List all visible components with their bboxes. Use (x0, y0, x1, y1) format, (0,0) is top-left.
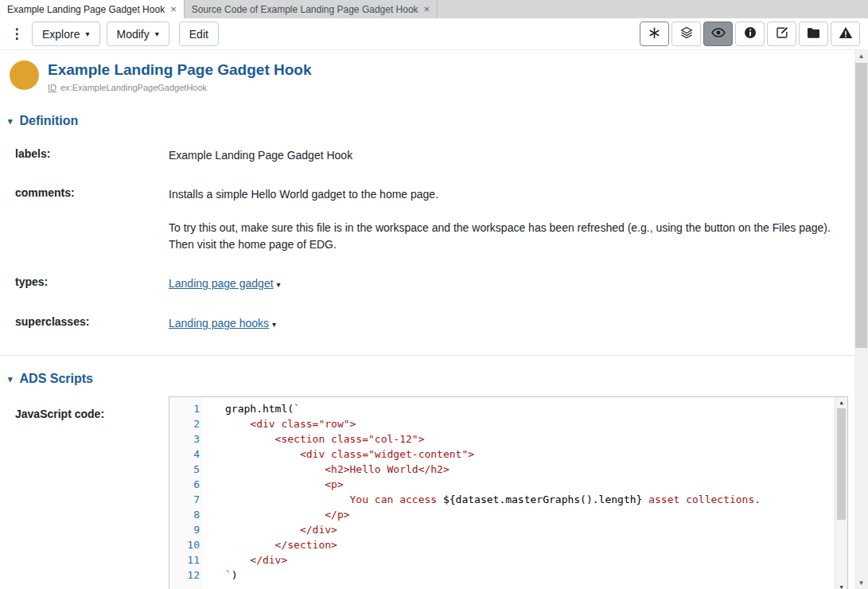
field-comments: comments: Installs a simple Hello World … (0, 186, 854, 253)
field-label: types: (15, 275, 169, 288)
field-label: labels: (15, 147, 169, 160)
definition-fields: labels: Example Landing Page Gadget Hook… (0, 147, 854, 333)
code-gutter: 123456789101112 (169, 397, 203, 589)
main-content: Example Landing Page Gadget Hook IDex:Ex… (0, 50, 854, 589)
code-editor[interactable]: 123456789101112 graph.html(` <div class=… (169, 396, 848, 589)
warning-button[interactable] (831, 21, 860, 46)
app-window: Example Landing Page Gadget Hook × Sourc… (0, 0, 868, 589)
info-button[interactable] (735, 21, 765, 46)
code-scrollbar-thumb[interactable] (837, 408, 846, 520)
field-label: comments: (15, 186, 169, 199)
asterisk-button[interactable] (640, 21, 669, 46)
eye-button[interactable] (703, 21, 733, 46)
types-link[interactable]: Landing page gadget (169, 277, 274, 290)
field-label: superclasses: (15, 315, 169, 328)
edit-note-button[interactable] (767, 21, 796, 46)
layers-button[interactable] (671, 21, 701, 46)
code-lines[interactable]: graph.html(` <div class="row"> <section … (203, 397, 847, 589)
page-scrollbar-thumb[interactable] (855, 63, 867, 348)
asterisk-icon (648, 27, 660, 41)
explore-label: Explore (42, 28, 80, 41)
collapse-triangle-icon: ▾ (8, 117, 13, 126)
section-definition-header[interactable]: ▾ Definition (8, 114, 854, 128)
field-types: types: Landing page gadget▾ (0, 275, 854, 293)
eye-icon (711, 26, 726, 41)
tab-label: Source Code of Example Landing Page Gadg… (192, 4, 418, 15)
scroll-up-icon[interactable]: ▲ (835, 397, 847, 408)
field-value: Installs a simple Hello World gadget to … (169, 186, 835, 253)
edit-note-icon (776, 26, 788, 41)
collapse-triangle-icon: ▾ (8, 375, 13, 384)
scroll-down-icon[interactable]: ▼ (854, 577, 868, 589)
field-value: Example Landing Page Gadget Hook (169, 147, 835, 164)
field-javascript-code: JavaScript code: 123456789101112 graph.h… (0, 396, 854, 589)
chevron-down-icon: ▾ (155, 30, 159, 38)
edit-label: Edit (189, 28, 208, 41)
tab-resource[interactable]: Example Landing Page Gadget Hook × (0, 0, 185, 18)
folder-icon (807, 27, 820, 41)
field-label: JavaScript code: (15, 396, 169, 420)
close-icon[interactable]: × (424, 4, 430, 14)
warning-icon (839, 26, 853, 41)
info-icon (744, 26, 757, 41)
resource-id: IDex:ExampleLandingPageGadgetHook (48, 83, 312, 92)
edit-button[interactable]: Edit (179, 21, 219, 46)
resource-avatar (10, 60, 39, 90)
modify-label: Modify (117, 28, 150, 41)
kebab-icon: ⋮ (10, 26, 24, 41)
section-definition-title: Definition (20, 114, 79, 128)
toolbar-icon-group (640, 21, 860, 46)
chevron-down-icon[interactable]: ▾ (277, 280, 281, 289)
modify-button[interactable]: Modify ▾ (107, 21, 169, 46)
folder-button[interactable] (799, 21, 828, 46)
close-icon[interactable]: × (170, 4, 177, 14)
section-ads-scripts-title: ADS Scripts (20, 372, 93, 386)
scroll-up-icon[interactable]: ▲ (854, 50, 868, 62)
superclasses-link[interactable]: Landing page hooks (169, 317, 269, 330)
chevron-down-icon[interactable]: ▾ (272, 320, 276, 329)
kebab-menu-button[interactable]: ⋮ (8, 22, 25, 46)
id-label: ID (48, 83, 56, 92)
layers-icon (680, 26, 693, 41)
comment-paragraph: To try this out, make sure this file is … (169, 220, 835, 253)
code-editor-scrollbar[interactable]: ▲ ▼ (835, 397, 847, 589)
toolbar: ⋮ Explore ▾ Modify ▾ Edit (0, 18, 868, 50)
comment-paragraph: Installs a simple Hello World gadget to … (169, 186, 835, 203)
page-scrollbar[interactable]: ▲ ▼ (854, 50, 868, 589)
tab-source-code[interactable]: Source Code of Example Landing Page Gadg… (185, 0, 438, 18)
section-ads-scripts-header[interactable]: ▾ ADS Scripts (8, 372, 854, 386)
resource-header: Example Landing Page Gadget Hook IDex:Ex… (0, 50, 854, 92)
chevron-down-icon: ▾ (85, 30, 89, 38)
scroll-down-icon[interactable]: ▼ (835, 582, 847, 589)
field-superclasses: superclasses: Landing page hooks▾ (0, 315, 854, 333)
tab-bar: Example Landing Page Gadget Hook × Sourc… (0, 0, 868, 18)
tab-label: Example Landing Page Gadget Hook (7, 4, 165, 15)
section-divider (0, 355, 854, 356)
id-value: ex:ExampleLandingPageGadgetHook (60, 83, 207, 92)
explore-button[interactable]: Explore ▾ (32, 21, 100, 46)
page-title: Example Landing Page Gadget Hook (48, 61, 312, 79)
field-labels: labels: Example Landing Page Gadget Hook (0, 147, 854, 164)
